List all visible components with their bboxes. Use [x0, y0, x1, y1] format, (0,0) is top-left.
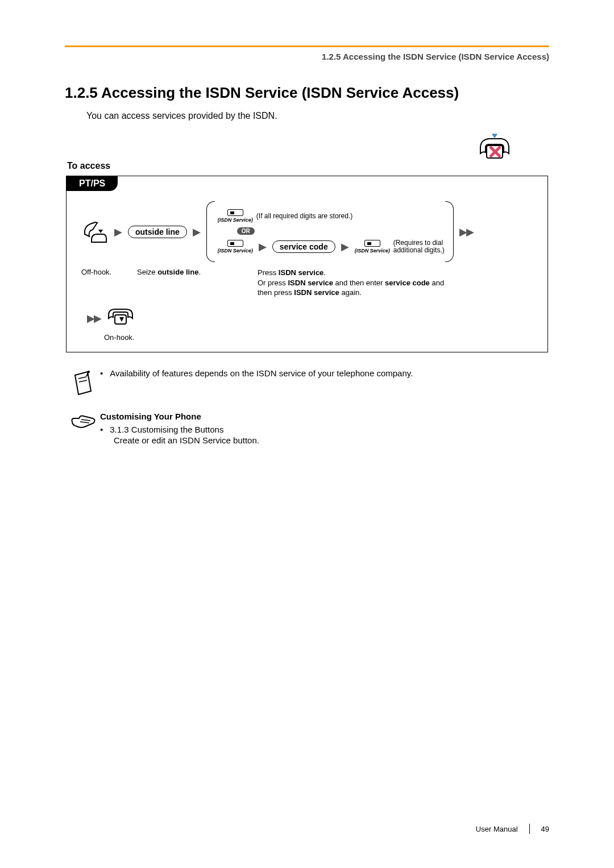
- captions-row: Off-hook. Seize outside line. Press ISDN…: [67, 268, 547, 305]
- service-code-pill: service code: [272, 240, 335, 253]
- note-text: Availability of features depends on the …: [110, 368, 413, 378]
- note-all-digits: (If all required digits are stored.): [256, 212, 352, 220]
- note-icon: [66, 368, 100, 397]
- requires-note: (Requires to dial additional digits.): [393, 239, 445, 254]
- customising-item-desc: Create or edit an ISDN Service button.: [114, 435, 259, 445]
- footer: User Manual 49: [476, 824, 549, 834]
- page-title: 1.2.5 Accessing the ISDN Service (ISDN S…: [65, 84, 549, 102]
- intro-text: You can access services provided by the …: [86, 111, 549, 121]
- offhook-caption: Off-hook.: [81, 268, 137, 298]
- note-block: • Availability of features depends on th…: [66, 368, 548, 397]
- arrow-icon: ▶: [341, 240, 349, 253]
- procedure-box: PT/PS ▶ outside line ▶ (ISDN Service): [66, 176, 548, 352]
- isdn-service-button-icon: (ISDN Service): [218, 240, 253, 254]
- arrow-icon: ▶: [193, 226, 201, 238]
- flow-row-1: ▶ outside line ▶ (ISDN Service) (If all …: [67, 191, 547, 268]
- to-access-heading: To access: [67, 161, 549, 171]
- offhook-icon: [81, 217, 109, 247]
- or-badge: OR: [237, 227, 255, 235]
- customising-block: Customising Your Phone • 3.1.3 Customisi…: [66, 412, 548, 445]
- bullet-dot: •: [100, 425, 103, 434]
- continue-arrow-icon: ▶▶: [459, 226, 473, 238]
- svg-marker-4: [98, 230, 103, 233]
- flow-row-2: ▶▶: [67, 305, 547, 330]
- onhook-caption: On-hook.: [67, 330, 547, 344]
- breadcrumb: 1.2.5 Accessing the ISDN Service (ISDN S…: [65, 52, 549, 61]
- header-rule: [65, 45, 549, 47]
- customising-heading: Customising Your Phone: [100, 412, 259, 421]
- isdn-phone-illustration: [478, 131, 512, 165]
- footer-divider: [529, 824, 530, 834]
- seize-caption: Seize outside line.: [137, 268, 218, 298]
- device-tab: PT/PS: [67, 176, 118, 191]
- press-isdn-caption: Press ISDN service. Or press ISDN servic…: [258, 268, 444, 298]
- footer-label: User Manual: [476, 825, 518, 833]
- svg-marker-1: [492, 134, 497, 138]
- arrow-icon: ▶: [114, 226, 122, 238]
- phone-x-icon: [478, 131, 512, 163]
- outside-line-pill: outside line: [128, 226, 187, 238]
- isdn-service-button-icon: (ISDN Service): [218, 209, 253, 223]
- isdn-option-group: (ISDN Service) (If all required digits a…: [206, 201, 454, 262]
- bullet-dot: •: [100, 368, 103, 378]
- footer-page: 49: [541, 825, 549, 833]
- customising-item-title: 3.1.3 Customising the Buttons: [110, 425, 223, 434]
- continue-arrow-icon: ▶▶: [87, 312, 101, 325]
- onhook-icon: [106, 307, 135, 330]
- arrow-icon: ▶: [259, 240, 267, 253]
- pointing-hand-icon: [66, 412, 100, 430]
- isdn-service-button-icon: (ISDN Service): [355, 240, 390, 254]
